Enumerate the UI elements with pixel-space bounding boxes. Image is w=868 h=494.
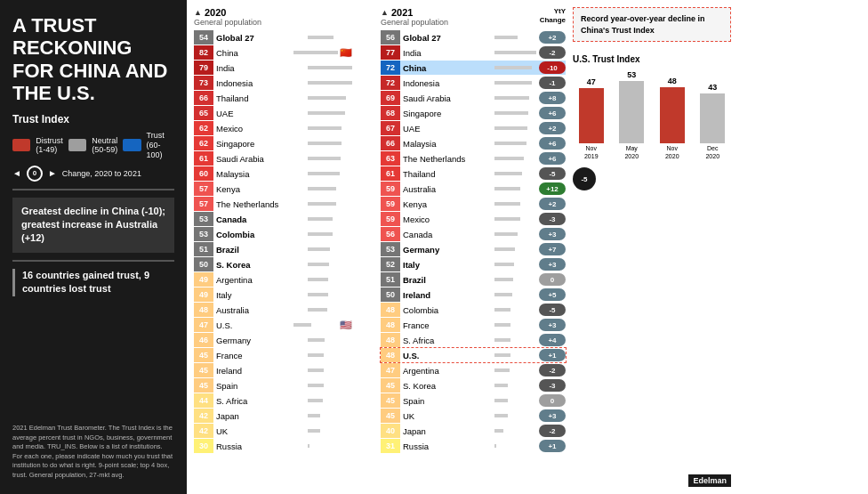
bar-label-2: Nov2020 — [665, 145, 679, 160]
score-2021-8: 63 — [381, 151, 400, 166]
bar-val-label-1: 53 — [627, 70, 636, 79]
us-flag-icon: 🇺🇸 — [340, 320, 352, 331]
stat1-text: Greatest decline in China (-10); greates… — [21, 206, 165, 244]
row-2020-22: 45Ireland — [194, 363, 352, 377]
score-2020-19: 47 — [194, 318, 213, 332]
bar-2020-23 — [308, 384, 352, 387]
country-2020-19: U.S. — [216, 320, 293, 330]
score-2020-10: 57 — [194, 182, 213, 196]
bar-2021-14 — [494, 247, 539, 251]
score-2021-13: 56 — [381, 227, 400, 241]
country-2021-4: Saudi Arabia — [403, 93, 494, 103]
row-2020-10: 57Kenya — [194, 182, 352, 196]
country-2020-4: Thailand — [216, 93, 308, 103]
row-2020-0: 54Global 27 — [194, 30, 352, 45]
edelman-logo: Edelman — [573, 474, 731, 487]
score-2021-6: 67 — [381, 121, 400, 135]
yty-25: +3 — [539, 409, 566, 422]
triangle-icon-2020: ▲ — [194, 8, 202, 17]
row-2021-8: 63The Netherlands+6 — [381, 151, 566, 166]
country-2020-8: Saudi Arabia — [216, 154, 308, 164]
bar-label-3: Dec2020 — [705, 145, 719, 160]
row-2020-23: 45Spain — [194, 378, 352, 393]
col-2020-subheader: General population — [194, 18, 352, 27]
score-2020-17: 49 — [194, 287, 213, 302]
bar-2021-12 — [494, 217, 539, 221]
bar-2021-24 — [494, 399, 539, 402]
col-2021-header: ▲ 2021 General population YtYChange — [381, 7, 566, 27]
score-2021-12: 59 — [381, 212, 400, 226]
score-2021-4: 69 — [381, 91, 400, 105]
row-2021-0: 56Global 27+2 — [381, 30, 566, 45]
country-2020-10: Kenya — [216, 184, 308, 194]
yty-22: -2 — [539, 364, 566, 377]
row-2020-18: 48Australia — [194, 303, 352, 317]
country-2021-14: Germany — [403, 245, 494, 255]
row-2021-3: 72Indonesia-1 — [381, 76, 566, 90]
country-2021-5: Singapore — [403, 109, 494, 118]
score-2020-27: 30 — [194, 439, 213, 453]
country-2021-10: Australia — [403, 184, 494, 194]
row-2020-13: 53Colombia — [194, 227, 352, 241]
yty-8: +6 — [539, 152, 566, 165]
row-2021-6: 67UAE+2 — [381, 121, 566, 135]
neutral-legend-text: Neutral(50-59) — [92, 136, 117, 156]
country-2021-3: Indonesia — [403, 78, 494, 88]
col-2020-year: ▲ 2020 — [194, 7, 352, 18]
country-2021-16: Brazil — [403, 275, 494, 285]
distrust-legend-box — [12, 139, 30, 151]
yty-13: +3 — [539, 228, 566, 240]
bar-2021-5 — [494, 111, 539, 115]
yty-10: +12 — [539, 182, 566, 195]
footnote: 2021 Edelman Trust Barometer. The Trust … — [12, 424, 174, 480]
row-2021-20: 48S. Africa+4 — [381, 333, 566, 347]
country-2020-13: Colombia — [216, 230, 308, 239]
row-2021-7: 66Malaysia+6 — [381, 136, 566, 150]
country-2020-26: UK — [216, 426, 308, 436]
bar-2020-4 — [308, 96, 352, 100]
country-2021-23: S. Korea — [403, 381, 494, 391]
score-2021-18: 48 — [381, 303, 400, 317]
score-2020-24: 44 — [194, 393, 213, 408]
country-2020-24: S. Africa — [216, 396, 308, 406]
col-2020: ▲ 2020 General population 54Global 2782C… — [187, 0, 356, 494]
yty-26: -2 — [539, 425, 566, 437]
row-2020-25: 42Japan — [194, 409, 352, 423]
change-circle: 0 — [27, 166, 43, 182]
yty-6: +2 — [539, 122, 566, 134]
country-2020-14: Brazil — [216, 245, 308, 255]
bar-2021-6 — [494, 126, 539, 130]
score-2020-25: 42 — [194, 409, 213, 423]
bar-2021-3 — [494, 81, 539, 85]
triangle-icon-2021: ▲ — [381, 8, 389, 17]
bar-group-2: 48Nov2020 — [654, 77, 691, 160]
bar-2020-6 — [308, 126, 352, 130]
row-2021-26: 40Japan-2 — [381, 424, 566, 438]
bar-2021-20 — [494, 338, 539, 342]
row-2020-12: 53Canada — [194, 212, 352, 226]
score-2021-16: 51 — [381, 272, 400, 287]
score-2020-21: 45 — [194, 348, 213, 362]
bar-2021-13 — [494, 232, 539, 236]
bar-2021-26 — [494, 429, 539, 433]
score-2021-23: 45 — [381, 378, 400, 393]
bar-2020-12 — [308, 217, 352, 221]
score-2020-23: 45 — [194, 378, 213, 393]
bar-2020-2 — [308, 66, 352, 69]
score-2021-24: 45 — [381, 393, 400, 408]
row-2021-27: 31Russia+1 — [381, 439, 566, 453]
row-2020-2: 79India — [194, 61, 352, 75]
bar-2020-13 — [308, 232, 352, 236]
yty-15: +3 — [539, 258, 566, 271]
row-2020-21: 45France — [194, 348, 352, 362]
score-2020-11: 57 — [194, 197, 213, 211]
bar-2021-19 — [494, 323, 539, 327]
score-2021-5: 68 — [381, 106, 400, 120]
yty-27: +1 — [539, 440, 566, 452]
country-2021-9: Thailand — [403, 169, 494, 179]
country-2021-22: Argentina — [403, 366, 494, 376]
col-2021-subheader: General population — [381, 18, 526, 27]
row-2021-2: 72China-10 — [381, 61, 566, 75]
row-2021-13: 56Canada+3 — [381, 227, 566, 241]
delta-badge: -5 — [573, 167, 596, 190]
